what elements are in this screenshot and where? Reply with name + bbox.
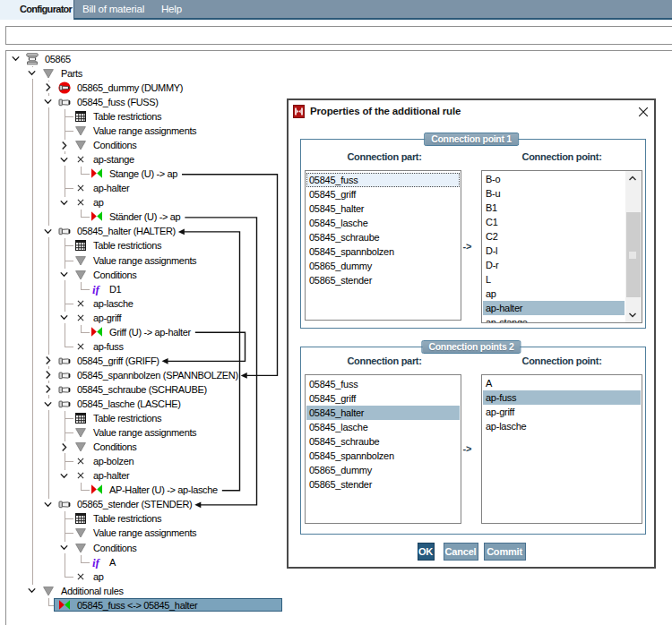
list-item-05845-schraube[interactable]: 05845_schraube [306,434,460,449]
tree-row-label: AP-Halter (U) -> ap-lasche [109,483,218,497]
bolt-icon [58,225,71,237]
list-item-05845-spannbolzen[interactable]: 05845_spannbolzen [306,244,460,259]
chevron-expanded-icon[interactable] [10,53,22,64]
list-item-05845-fuss[interactable]: 05845_fuss [306,377,460,391]
tree-row-label: Additional rules [61,584,124,598]
chevron-collapsed-icon[interactable] [58,441,70,453]
list-item-ap-fuss[interactable]: ap-fuss [483,390,641,405]
list-item-05845-lasche[interactable]: 05845_lasche [306,216,460,230]
tree-row-label: Table restrictions [93,109,161,124]
list-item-d-r[interactable]: D-r [483,258,625,272]
list-item-05865-dummy[interactable]: 05865_dummy [306,259,460,273]
tree-row-ap[interactable]: ap [0,569,667,584]
tree-row-05845-fuss-05845-halter[interactable]: 05845_fuss <-> 05845_halter [0,598,667,612]
connection-part-label: Connection part: [347,355,421,366]
list-item-ap-lasche[interactable]: ap-lasche [483,419,641,433]
list-item-05865-stender[interactable]: 05865_stender [306,477,460,492]
list-item-05845-halter[interactable]: 05845_halter [306,201,460,216]
list-item-05845-lasche[interactable]: 05845_lasche [306,420,460,434]
chevron-collapsed-icon[interactable] [42,81,54,93]
chevron-expanded-icon[interactable] [42,96,54,107]
list-item-05845-griff[interactable]: 05845_griff [306,187,460,201]
scroll-up-icon[interactable] [625,171,642,185]
ok-button[interactable]: OK [418,543,435,561]
bolt-icon [58,383,71,396]
svg-text:if: if [92,283,101,295]
bowtie-icon [90,484,103,496]
list-item-05865-stender[interactable]: 05865_stender [306,273,460,287]
tree-row-label: Value range assignments [93,425,196,440]
list-item-ap-halter[interactable]: ap-halter [483,301,625,315]
connection-point-list[interactable]: B-oB-uB1C1C2D-lD-rLapap-halterap-stange [481,170,642,323]
list-item-b-o[interactable]: B-o [483,172,625,186]
tree-row-label: Conditions [93,541,136,555]
list-item-l[interactable]: L [483,272,625,287]
tree-row-label: ap-bolzen [93,454,134,468]
chevron-expanded-icon[interactable] [58,269,70,280]
tree-row-label: Table restrictions [93,238,161,253]
tree-row-label: ap-stange [93,152,134,167]
list-item-c1[interactable]: C1 [483,215,625,229]
tree-row-05865[interactable]: 05865 [0,52,667,66]
chevron-expanded-icon[interactable] [58,470,70,482]
list-item-b-u[interactable]: B-u [483,186,625,201]
scrollbar[interactable] [625,171,642,322]
cross-icon [74,340,87,353]
list-item-05845-halter[interactable]: 05845_halter [306,406,460,420]
chevron-expanded-icon[interactable] [42,499,54,510]
table-icon [74,110,87,123]
chevron-expanded-icon[interactable] [58,154,70,166]
triangle-icon [42,67,55,80]
tree-row-parts[interactable]: Parts [0,66,667,81]
list-item-ap-stange[interactable]: ap-stange [483,315,625,324]
triangle-icon [74,527,87,539]
maps-to-arrow: -> [462,241,471,252]
additional-rule-icon [293,105,305,118]
tree-row-label: ap-fuss [93,339,124,354]
list-item-a[interactable]: A [483,376,641,390]
chevron-expanded-icon[interactable] [58,542,70,553]
chevron-expanded-icon[interactable] [58,312,70,323]
chevron-expanded-icon[interactable] [26,585,38,596]
cross-icon [74,297,87,310]
tree-row-label: 05845_schraube (SCHRAUBE) [77,382,207,397]
tree-row-label: Value range assignments [93,253,196,268]
list-item-05845-spannbolzen[interactable]: 05845_spannbolzen [306,449,460,463]
chevron-collapsed-icon[interactable] [42,355,54,366]
properties-dialog: Properties of the additional rule Connec… [287,98,656,569]
connection-part-list[interactable]: 05845_fuss05845_griff05845_halter05845_l… [305,374,461,524]
dialog-title: Properties of the additional rule [310,105,461,118]
if-icon: if [90,283,103,295]
connection-part-list[interactable]: 05845_fuss05845_griff05845_halter05845_l… [305,170,461,321]
chevron-expanded-icon[interactable] [42,398,54,410]
list-item-05865-dummy[interactable]: 05865_dummy [306,463,460,477]
chevron-expanded-icon[interactable] [42,226,54,237]
list-item-b1[interactable]: B1 [483,201,625,215]
list-item-d-l[interactable]: D-l [483,244,625,258]
list-item-ap[interactable]: ap [483,287,625,301]
tree-row-label: ap-griff [93,311,121,325]
machine-icon [26,53,39,65]
connection-point-list[interactable]: Aap-fussap-griffap-lasche [481,374,642,524]
list-item-ap-griff[interactable]: ap-griff [483,405,641,419]
chevron-collapsed-icon[interactable] [42,383,54,395]
list-item-05845-griff[interactable]: 05845_griff [306,391,460,406]
chevron-expanded-icon[interactable] [26,67,38,79]
tree-row-additional-rules[interactable]: Additional rules [0,584,667,598]
close-icon[interactable] [637,106,650,118]
bowtie-icon [90,167,103,180]
tree-row-label: Conditions [93,268,136,282]
commit-button[interactable]: Commit [484,543,526,561]
chevron-collapsed-icon[interactable] [58,140,70,151]
cancel-button[interactable]: Cancel [444,543,478,561]
chevron-collapsed-icon[interactable] [42,369,54,381]
list-item-c2[interactable]: C2 [483,229,625,244]
tree-row-label: 05845_spannbolzen (SPANNBOLZEN) [77,368,238,382]
chevron-expanded-icon[interactable] [58,197,70,209]
tree-row-05865-dummy-dummy[interactable]: 05865_dummy (DUMMY) [0,81,667,95]
list-item-05845-schraube[interactable]: 05845_schraube [306,230,460,244]
tree-row-label: A [109,555,116,569]
if-icon: if [90,556,103,569]
scroll-down-icon[interactable] [625,308,642,322]
list-item-05845-fuss[interactable]: 05845_fuss [306,173,460,187]
